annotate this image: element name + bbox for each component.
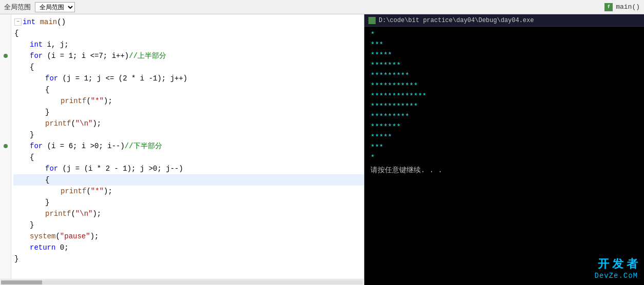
code-line: for (i = 1; i <=7; i++)//上半部分 [13, 50, 364, 62]
gutter-cell [0, 163, 11, 174]
gutter-cell [0, 208, 11, 219]
code-line: printf("\n"); [13, 118, 364, 129]
terminal-line: *********** [370, 81, 638, 91]
terminal-line: 请按任意键继续. . . [370, 165, 638, 175]
code-line: } [13, 107, 364, 118]
code-line: } [13, 197, 364, 208]
code-line: } [13, 129, 364, 140]
code-line: { [13, 174, 364, 186]
code-line: return 0; [13, 242, 364, 253]
gutter-cell [0, 62, 11, 73]
code-line: −int main() [13, 16, 364, 28]
collapse-button[interactable]: − [14, 18, 22, 26]
token-fn: printf [61, 95, 86, 107]
token-str: "*" [91, 95, 104, 107]
terminal-line: ***** [370, 50, 638, 60]
token-sym: ); [104, 186, 112, 197]
token-sym: ( [55, 231, 60, 242]
token-kw: for [30, 50, 43, 62]
terminal-line: *** [370, 142, 638, 153]
gutter-cell [0, 129, 11, 140]
top-bar: 全局范围 全局范围 f main() [0, 0, 644, 14]
token-kw: for [45, 163, 58, 174]
token-sym: ( [86, 95, 90, 107]
gutter-cell [0, 39, 11, 50]
token-sym: (i = 6; i >0; i--) [43, 140, 125, 152]
token-kw: return [30, 242, 55, 253]
code-panel: −int main(){int i, j;for (i = 1; i <=7; … [0, 14, 364, 285]
gutter-cell [0, 118, 11, 129]
gutter-cell [0, 219, 11, 231]
token-sym: { [30, 152, 34, 163]
gutter-cell [0, 16, 11, 28]
code-line: } [13, 219, 364, 231]
scope-label: 全局范围 [4, 3, 31, 12]
token-fn: printf [45, 118, 71, 129]
token-sym [35, 16, 40, 28]
terminal-line: *** [370, 40, 638, 50]
watermark: 开 发 者 DevZe.CoM [594, 257, 638, 281]
gutter-cell [0, 140, 11, 152]
func-icon: f [604, 3, 613, 11]
terminal-panel: D:\code\bit practice\day04\Debug\day04.e… [364, 14, 644, 285]
terminal-content: ****************************************… [364, 27, 644, 285]
token-sym: () [57, 16, 66, 28]
token-sym: { [14, 28, 18, 39]
terminal-line: * [370, 30, 638, 40]
code-line: for (j = 1; j <= (2 * i -1); j++) [13, 73, 364, 84]
token-cm: //下半部分 [125, 140, 162, 152]
token-cm: //上半部分 [129, 50, 166, 62]
token-sym: 7; i++) [99, 50, 129, 62]
code-line: for (j = (i * 2 - 1); j >0; j--) [13, 163, 364, 174]
code-line: { [13, 84, 364, 95]
gutter-cell [0, 186, 11, 197]
code-area[interactable]: −int main(){int i, j;for (i = 1; i <=7; … [11, 14, 364, 279]
terminal-line: ***** [370, 132, 638, 142]
token-sym: } [30, 129, 34, 140]
terminal-title-bar: D:\code\bit practice\day04\Debug\day04.e… [364, 14, 644, 27]
terminal-line: * [370, 153, 638, 163]
code-line: } [13, 253, 364, 264]
gutter-cell [0, 28, 11, 39]
scope-select[interactable]: 全局范围 [35, 2, 75, 12]
token-sym: ( [86, 186, 90, 197]
token-kw: for [45, 73, 58, 84]
gutter-cell [0, 242, 11, 253]
token-str: "\n" [75, 208, 93, 219]
token-sym: (i = 1; i <= [43, 50, 99, 62]
token-kw: int [23, 16, 35, 28]
breakpoint-indicator [4, 144, 8, 148]
token-sym: (j = 1; j <= (2 * i -1); j++) [58, 73, 187, 84]
token-sym: 0; [55, 242, 68, 253]
token-kw: for [30, 140, 43, 152]
gutter-cell [0, 107, 11, 118]
code-line: { [13, 62, 364, 73]
token-sym: } [14, 253, 18, 264]
code-line: int i, j; [13, 39, 364, 50]
token-sym: (j = (i * 2 - 1); j >0; j--) [58, 163, 183, 174]
token-sym: } [30, 219, 34, 231]
terminal-line: ******* [370, 60, 638, 71]
token-sym: { [45, 84, 49, 95]
gutter-cell [0, 84, 11, 95]
token-fn: printf [45, 208, 71, 219]
token-sym: ); [104, 95, 112, 107]
gutter-cell [0, 50, 11, 62]
token-sym: ); [90, 231, 99, 242]
token-sym: { [45, 174, 49, 186]
token-sym: ( [71, 118, 75, 129]
terminal-line: ********* [370, 112, 638, 122]
gutter-cell [0, 95, 11, 107]
gutter-cell [0, 253, 11, 264]
token-str: "\n" [75, 118, 93, 129]
token-sym: ); [92, 118, 101, 129]
token-fn: printf [61, 186, 86, 197]
token-fn: system [30, 231, 55, 242]
token-sym: { [30, 62, 34, 73]
token-fn: main [40, 16, 57, 28]
code-line: printf("*"); [13, 95, 364, 107]
code-line: for (i = 6; i >0; i--)//下半部分 [13, 140, 364, 152]
token-str: "*" [91, 186, 104, 197]
token-sym: ( [71, 208, 75, 219]
watermark-cn: 开 发 者 [594, 257, 638, 271]
